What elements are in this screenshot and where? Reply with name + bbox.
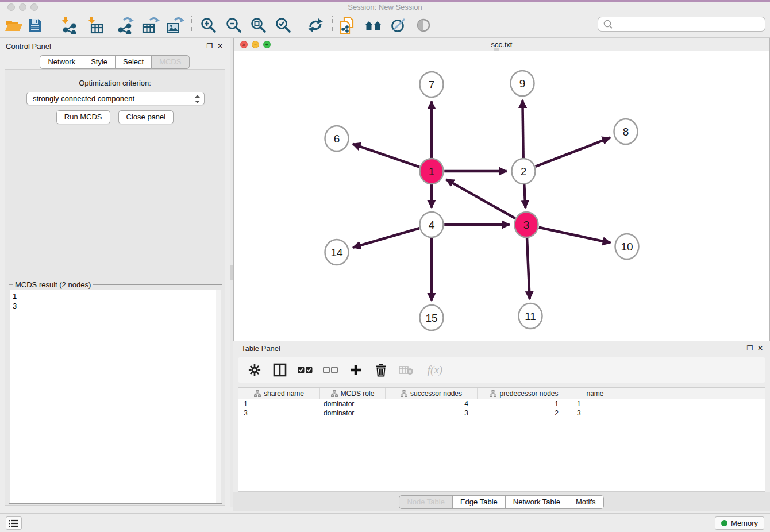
status-bar: Memory — [0, 513, 770, 532]
close-panel-button[interactable]: ✕ — [216, 42, 224, 50]
graph-node-label-15: 15 — [425, 312, 437, 324]
cell-name[interactable]: 3 — [571, 408, 619, 418]
graphics-details-button[interactable] — [413, 16, 434, 35]
table-row[interactable]: 3 dominator 3 2 3 — [238, 408, 765, 418]
graph-node-label-9: 9 — [519, 78, 526, 90]
list-icon — [9, 519, 19, 527]
float-table-panel-button[interactable]: ❐ — [746, 344, 754, 352]
graph-edge-2-9[interactable] — [522, 100, 523, 159]
export-table-button[interactable] — [140, 16, 161, 35]
cell-successor-nodes[interactable]: 3 — [386, 408, 478, 418]
show-hide-style-button[interactable] — [388, 16, 409, 35]
titlebar: Session: New Session — [0, 2, 770, 12]
splitter-grip[interactable] — [230, 265, 233, 280]
memory-status-icon — [721, 520, 727, 526]
cell-name[interactable]: 1 — [571, 399, 619, 408]
table-panel: Table Panel ❐ ✕ — [233, 341, 770, 511]
mcds-result-list[interactable]: 1 3 — [10, 290, 221, 503]
network-graph: 7968124314101511 — [234, 51, 769, 341]
cell-mcds-role[interactable]: dominator — [320, 408, 386, 418]
zoom-selected-button[interactable] — [272, 16, 293, 35]
cell-predecessor-nodes[interactable]: 2 — [478, 408, 571, 418]
column-header-name[interactable]: name — [571, 388, 619, 399]
tab-select[interactable]: Select — [115, 55, 152, 69]
refresh-view-button[interactable] — [305, 16, 326, 35]
graph-node-label-1: 1 — [429, 165, 435, 178]
close-panel-button-mcds[interactable]: Close panel — [118, 110, 174, 124]
graph-edge-4-14[interactable] — [353, 228, 419, 248]
control-panel: Control Panel ❐ ✕ Network Style Select M… — [0, 39, 230, 507]
control-panel-header: Control Panel ❐ ✕ — [0, 39, 230, 53]
tab-edge-table[interactable]: Edge Table — [452, 495, 506, 509]
graph-node-label-6: 6 — [334, 133, 340, 145]
column-header-successor-nodes[interactable]: successor nodes — [386, 388, 478, 399]
horizontal-splitter-grip[interactable] — [494, 48, 499, 51]
save-session-button[interactable] — [25, 16, 45, 35]
network-canvas[interactable]: 7968124314101511 — [234, 51, 769, 341]
fx-icon: f(x) — [428, 364, 442, 376]
result-scrollbar[interactable] — [216, 290, 221, 503]
memory-button[interactable]: Memory — [715, 516, 764, 530]
cell-successor-nodes[interactable]: 4 — [386, 399, 478, 408]
table-row[interactable]: 1 dominator 4 1 1 — [238, 399, 765, 408]
first-neighbors-button[interactable] — [363, 16, 384, 35]
column-header-mcds-role[interactable]: MCDS role — [320, 388, 386, 399]
graph-node-label-14: 14 — [330, 246, 343, 259]
open-file-button[interactable] — [3, 16, 24, 35]
tab-network-table[interactable]: Network Table — [505, 495, 568, 509]
graph-edge-2-3[interactable] — [524, 184, 525, 208]
clone-network-button[interactable] — [337, 16, 357, 35]
clear-all-checks-button[interactable] — [322, 361, 339, 379]
export-image-button[interactable] — [165, 16, 186, 35]
delete-row-button[interactable] — [372, 361, 390, 379]
tab-style[interactable]: Style — [83, 55, 116, 69]
mcds-result-group: MCDS result (2 nodes) 1 3 — [9, 284, 222, 504]
column-header-shared-name[interactable]: shared name — [238, 388, 320, 399]
delete-table-button[interactable] — [398, 361, 415, 379]
add-row-button[interactable] — [347, 361, 364, 379]
search-box — [598, 17, 765, 32]
export-network-icon — [116, 16, 134, 34]
graph-edge-1-6[interactable] — [353, 144, 419, 167]
tab-node-table[interactable]: Node Table — [399, 495, 453, 509]
network-window-title: scc.txt — [234, 40, 769, 49]
graph-edge-2-8[interactable] — [536, 138, 610, 167]
graph-edge-3-10[interactable] — [539, 228, 611, 243]
tab-motifs[interactable]: Motifs — [568, 495, 604, 509]
run-mcds-button[interactable]: Run MCDS — [56, 110, 110, 124]
table-options-button[interactable] — [246, 361, 263, 379]
import-network-button[interactable] — [59, 16, 79, 35]
column-header-predecessor-nodes[interactable]: predecessor nodes — [478, 388, 571, 399]
criterion-dropdown[interactable]: strongly connected component — [26, 92, 205, 105]
export-network-button[interactable] — [115, 16, 136, 35]
import-table-button[interactable] — [85, 16, 106, 35]
zoom-in-button[interactable] — [198, 16, 218, 35]
graph-edge-3-1[interactable] — [446, 179, 515, 218]
close-table-panel-button[interactable]: ✕ — [756, 344, 764, 352]
graph-edge-3-11[interactable] — [527, 237, 530, 299]
cell-shared-name[interactable]: 1 — [238, 399, 320, 408]
network-window-titlebar: × − + scc.txt — [234, 38, 769, 51]
task-history-button[interactable] — [6, 516, 22, 530]
style-brush-icon — [390, 17, 407, 34]
float-panel-button[interactable]: ❐ — [206, 42, 214, 50]
select-all-checks-button[interactable] — [297, 361, 314, 379]
search-input[interactable] — [615, 18, 765, 30]
checked-boxes-icon — [298, 367, 313, 374]
graph-node-label-8: 8 — [623, 126, 629, 138]
plus-icon — [349, 364, 362, 376]
two-houses-icon — [364, 17, 383, 33]
clone-network-icon — [338, 16, 356, 35]
cell-predecessor-nodes[interactable]: 1 — [478, 399, 571, 408]
cell-mcds-role[interactable]: dominator — [320, 399, 386, 408]
delete-table-icon — [399, 365, 414, 375]
cell-shared-name[interactable]: 3 — [238, 408, 320, 418]
zoom-out-button[interactable] — [223, 16, 244, 35]
tab-mcds[interactable]: MCDS — [151, 55, 189, 69]
function-builder-button[interactable]: f(x) — [423, 361, 447, 379]
tab-network[interactable]: Network — [40, 55, 83, 69]
zoom-fit-button[interactable] — [248, 16, 268, 35]
show-columns-button[interactable] — [271, 361, 288, 379]
zoom-fit-icon — [249, 17, 267, 34]
zoom-in-icon — [199, 17, 217, 34]
